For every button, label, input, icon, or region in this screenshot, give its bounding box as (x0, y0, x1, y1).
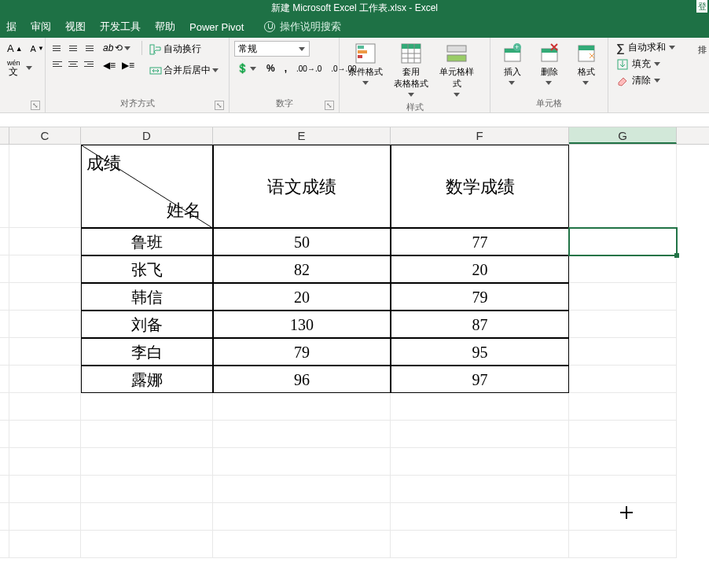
score2-cell[interactable]: 20 (391, 255, 569, 283)
cell[interactable] (569, 255, 677, 283)
cell[interactable] (569, 448, 677, 476)
tab-developer[interactable]: 开发工具 (100, 20, 141, 34)
cell[interactable] (569, 421, 677, 448)
score1-cell[interactable]: 130 (213, 311, 391, 338)
tab-review[interactable]: 审阅 (31, 20, 51, 34)
align-right[interactable] (82, 57, 96, 71)
increase-decimal-button[interactable]: .00→.0 (294, 61, 324, 75)
cell[interactable] (0, 311, 9, 338)
orientation-button[interactable]: ab⟲ (101, 41, 137, 55)
tab-help[interactable]: 帮助 (155, 20, 175, 34)
name-cell[interactable]: 露娜 (81, 366, 213, 393)
cell[interactable] (569, 476, 677, 503)
cell[interactable] (9, 228, 81, 255)
active-cell[interactable] (569, 228, 677, 255)
cell[interactable] (391, 421, 569, 448)
score2-cell[interactable]: 77 (391, 228, 569, 255)
cell[interactable] (9, 531, 81, 558)
decrease-font-button[interactable]: A▼ (28, 42, 46, 55)
align-center[interactable] (66, 57, 80, 71)
dialog-launcher-icon[interactable]: ⤡ (325, 101, 334, 110)
account-button[interactable]: 登 (696, 0, 707, 13)
cell[interactable] (391, 393, 569, 421)
cell[interactable] (9, 283, 81, 311)
dialog-launcher-icon[interactable]: ⤡ (31, 101, 40, 110)
score1-cell[interactable]: 79 (213, 338, 391, 366)
select-all-corner[interactable] (0, 127, 9, 144)
cell[interactable] (0, 476, 9, 503)
cell[interactable] (569, 531, 677, 558)
cell[interactable] (81, 531, 213, 558)
cell[interactable] (213, 476, 391, 503)
cell[interactable] (0, 448, 9, 476)
align-top[interactable] (50, 41, 64, 55)
cell[interactable] (9, 448, 81, 476)
cell[interactable] (0, 421, 9, 448)
diagonal-header-cell[interactable]: 成绩 姓名 (81, 145, 213, 228)
align-left[interactable] (50, 57, 64, 71)
cell[interactable] (391, 448, 569, 476)
cell[interactable] (9, 145, 81, 228)
tab-powerpivot[interactable]: Power Pivot (189, 21, 244, 33)
cell[interactable] (569, 366, 677, 393)
cell[interactable] (0, 393, 9, 421)
col-header-f[interactable]: F (391, 127, 569, 144)
clear-button[interactable]: 清除 (613, 74, 689, 87)
cell[interactable] (9, 311, 81, 338)
cell[interactable] (0, 503, 9, 531)
name-cell[interactable]: 刘备 (81, 311, 213, 338)
accounting-format-button[interactable]: 💲 (234, 61, 259, 75)
merge-center-button[interactable]: 合并后居中 (147, 62, 222, 79)
cell[interactable] (391, 476, 569, 503)
phonetic-button[interactable]: wén文 (5, 58, 23, 77)
format-as-table-button[interactable]: 套用 表格格式 (390, 41, 432, 100)
col1-header[interactable]: 语文成绩 (213, 145, 391, 228)
cell[interactable] (81, 503, 213, 531)
increase-indent-button[interactable]: ▶≡ (119, 58, 137, 72)
score1-cell[interactable]: 82 (213, 255, 391, 283)
wrap-text-button[interactable]: 自动换行 (147, 41, 222, 57)
cell[interactable] (9, 476, 81, 503)
dialog-launcher-icon[interactable]: ⤡ (215, 101, 224, 110)
score1-cell[interactable]: 20 (213, 283, 391, 311)
cell[interactable] (81, 448, 213, 476)
cell[interactable] (391, 531, 569, 558)
fill-button[interactable]: 填充 (613, 57, 689, 71)
col-header-d[interactable]: D (81, 127, 213, 144)
cell[interactable] (569, 503, 677, 531)
cell[interactable] (9, 366, 81, 393)
cell[interactable] (0, 145, 9, 228)
cell[interactable] (569, 311, 677, 338)
sort-filter-button[interactable]: 排 (695, 42, 709, 57)
cell-styles-button[interactable]: 单元格样式 (435, 41, 478, 100)
score2-cell[interactable]: 95 (391, 338, 569, 366)
number-format-select[interactable]: 常规 (234, 41, 310, 57)
comma-button[interactable]: , (282, 61, 289, 75)
insert-cells-button[interactable]: + 插入 (495, 41, 529, 88)
cell[interactable] (213, 393, 391, 421)
conditional-format-button[interactable]: 条件格式 (344, 41, 387, 100)
align-middle[interactable] (66, 41, 80, 55)
cell[interactable] (0, 531, 9, 558)
cell[interactable] (569, 338, 677, 366)
cell[interactable] (9, 338, 81, 366)
cell[interactable] (569, 145, 677, 228)
cell[interactable] (81, 421, 213, 448)
col-header-g[interactable]: G (569, 127, 677, 144)
cell[interactable] (391, 503, 569, 531)
cell[interactable] (0, 228, 9, 255)
format-cells-button[interactable]: 格式 (569, 41, 603, 88)
tab-view[interactable]: 视图 (65, 20, 86, 34)
cell[interactable] (0, 283, 9, 311)
cell[interactable] (213, 503, 391, 531)
cell[interactable] (213, 531, 391, 558)
name-cell[interactable]: 张飞 (81, 255, 213, 283)
cell[interactable] (9, 255, 81, 283)
cell[interactable] (0, 366, 9, 393)
cell[interactable] (0, 338, 9, 366)
increase-font-button[interactable]: A▲ (5, 41, 25, 56)
decrease-indent-button[interactable]: ◀≡ (101, 58, 118, 72)
col-header-c[interactable]: C (9, 127, 81, 144)
align-bottom[interactable] (82, 41, 96, 55)
col2-header[interactable]: 数学成绩 (391, 145, 569, 228)
